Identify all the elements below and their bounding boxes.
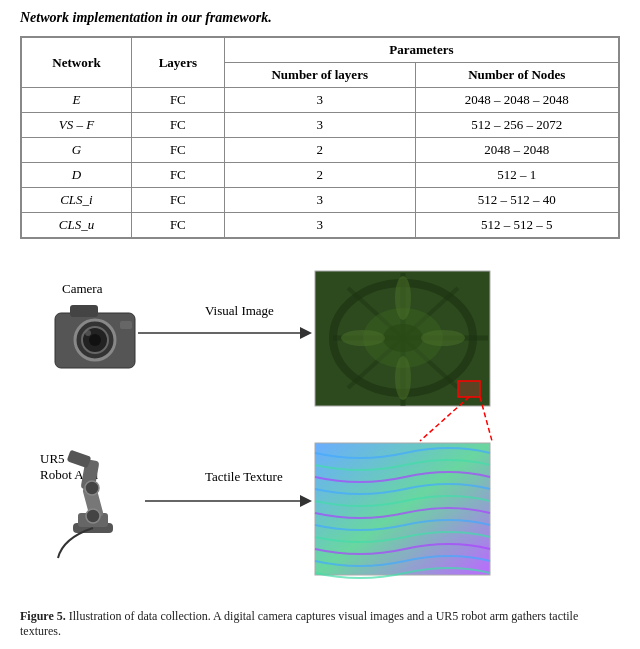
table-row: DFC2512 – 1 (22, 163, 619, 188)
network-cell: CLS_i (22, 188, 132, 213)
visual-texture-image (315, 271, 490, 406)
svg-point-17 (383, 324, 423, 352)
table-row: EFC32048 – 2048 – 2048 (22, 88, 619, 113)
network-cell: CLS_u (22, 213, 132, 238)
table-row: CLS_uFC3512 – 512 – 5 (22, 213, 619, 238)
table-row: GFC22048 – 2048 (22, 138, 619, 163)
layers-cell: FC (131, 188, 224, 213)
tactile-texture-image (315, 443, 490, 578)
network-cell: VS – F (22, 113, 132, 138)
num-layers-cell: 3 (224, 113, 415, 138)
num-nodes-cell: 512 – 256 – 2072 (415, 113, 618, 138)
col-num-layers: Number of layers (224, 63, 415, 88)
visual-arrow: Visual Image (138, 303, 312, 339)
camera-icon (55, 305, 135, 368)
svg-rect-22 (458, 381, 480, 397)
tactile-arrow: Tactile Texture (145, 469, 312, 507)
num-layers-cell: 3 (224, 213, 415, 238)
svg-point-18 (395, 276, 411, 320)
num-nodes-cell: 2048 – 2048 (415, 138, 618, 163)
table-row: VS – FFC3512 – 256 – 2072 (22, 113, 619, 138)
network-table: Network Layers Parameters Number of laye… (20, 36, 620, 239)
svg-rect-1 (70, 305, 98, 317)
num-layers-cell: 2 (224, 138, 415, 163)
robot-arm-icon (58, 450, 113, 558)
svg-point-5 (85, 330, 91, 336)
col-network: Network (22, 38, 132, 88)
layers-cell: FC (131, 213, 224, 238)
col-num-nodes: Number of Nodes (415, 63, 618, 88)
network-cell: G (22, 138, 132, 163)
svg-marker-34 (300, 495, 312, 507)
svg-text:Visual Image: Visual Image (205, 303, 274, 318)
svg-rect-31 (67, 450, 92, 469)
figure-caption: Figure 5. Illustration of data collectio… (20, 609, 620, 639)
num-layers-cell: 3 (224, 88, 415, 113)
svg-marker-9 (300, 327, 312, 339)
diagram-area: Camera Visual Image (20, 253, 620, 601)
camera-label: Camera (62, 281, 103, 296)
layers-cell: FC (131, 163, 224, 188)
svg-point-21 (421, 330, 465, 346)
col-layers: Layers (131, 38, 224, 88)
svg-point-20 (341, 330, 385, 346)
svg-point-19 (395, 356, 411, 400)
layers-cell: FC (131, 113, 224, 138)
robot-label: UR5 (40, 451, 65, 466)
num-nodes-cell: 512 – 1 (415, 163, 618, 188)
table-title: Network implementation in our framework. (20, 10, 620, 26)
svg-text:Tactile Texture: Tactile Texture (205, 469, 283, 484)
num-layers-cell: 3 (224, 188, 415, 213)
num-nodes-cell: 512 – 512 – 5 (415, 213, 618, 238)
network-cell: E (22, 88, 132, 113)
svg-point-30 (86, 509, 100, 523)
network-cell: D (22, 163, 132, 188)
col-params: Parameters (224, 38, 618, 63)
figure-number: Figure 5. (20, 609, 66, 623)
table-row: CLS_iFC3512 – 512 – 40 (22, 188, 619, 213)
layers-cell: FC (131, 138, 224, 163)
layers-cell: FC (131, 88, 224, 113)
svg-rect-6 (120, 321, 132, 329)
num-nodes-cell: 512 – 512 – 40 (415, 188, 618, 213)
num-nodes-cell: 2048 – 2048 – 2048 (415, 88, 618, 113)
figure-caption-text: Illustration of data collection. A digit… (20, 609, 578, 638)
svg-point-4 (89, 334, 101, 346)
num-layers-cell: 2 (224, 163, 415, 188)
svg-point-29 (85, 481, 99, 495)
